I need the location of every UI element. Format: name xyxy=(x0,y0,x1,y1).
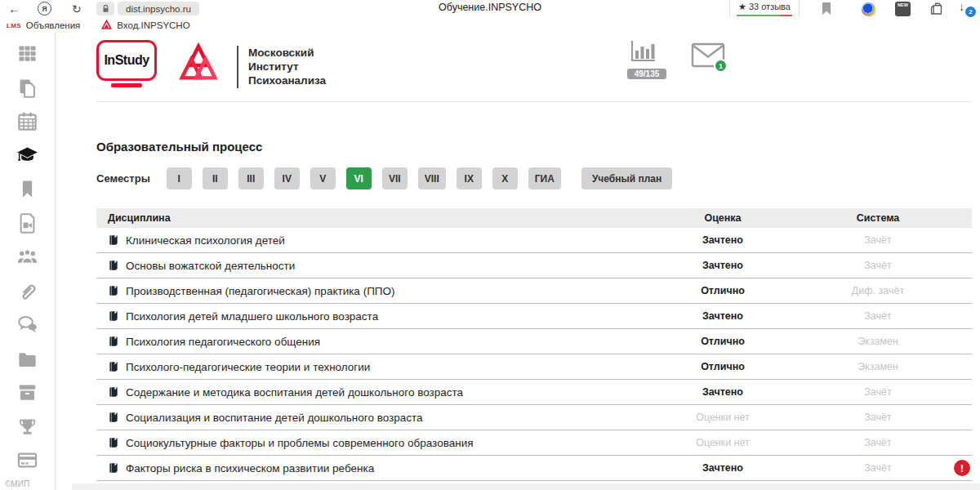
new-extension-label: NEW xyxy=(895,2,911,9)
browser-extension-icon[interactable] xyxy=(862,2,875,16)
table-row[interactable]: Производственная (педагогическая) практи… xyxy=(96,278,972,304)
lock-icon[interactable] xyxy=(96,2,114,16)
table-row[interactable]: Клиническая психология детей Зачтено Зач… xyxy=(96,228,972,253)
book-icon xyxy=(108,260,119,271)
grade-cell: Зачтено xyxy=(662,234,784,246)
progress-stats-button[interactable]: 49/135 xyxy=(627,39,666,79)
table-header: Дисциплина Оценка Система xyxy=(96,208,972,228)
grade-cell: Отлично xyxy=(662,285,784,296)
semester-button-II[interactable]: II xyxy=(203,167,228,189)
discipline-name: Психолого-педагогические теории и технол… xyxy=(126,361,370,373)
folder-icon[interactable] xyxy=(16,348,38,370)
discipline-cell: Клиническая психология детей xyxy=(96,234,662,247)
semester-button-V[interactable]: V xyxy=(310,167,336,189)
system-cell: Зачёт xyxy=(784,386,972,398)
semester-button-IV[interactable]: IV xyxy=(274,167,300,189)
bookmark-flag-icon[interactable] xyxy=(822,2,831,19)
alert-icon[interactable]: ! xyxy=(954,460,970,476)
discipline-name: Психология педагогического общения xyxy=(126,336,320,348)
semester-button-IX[interactable]: IX xyxy=(457,167,482,189)
documents-icon[interactable] xyxy=(16,77,38,99)
discipline-cell: Производственная (педагогическая) практи… xyxy=(96,285,662,297)
semester-button-III[interactable]: III xyxy=(238,167,264,189)
collections-icon[interactable] xyxy=(929,2,943,19)
refresh-icon[interactable]: ↻ xyxy=(72,0,82,18)
bottom-strip xyxy=(72,483,980,490)
table-row[interactable]: Психолого-педагогические теории и технол… xyxy=(96,354,972,380)
content-area: InStudy Московский Институт Психоанализа xyxy=(56,33,980,490)
book-icon xyxy=(108,361,119,372)
grade-cell: Зачтено xyxy=(662,386,784,398)
url-bar[interactable]: dist.inpsycho.ru xyxy=(118,2,199,16)
mail-badge: 1 xyxy=(714,59,728,73)
system-cell: Диф. зачёт xyxy=(784,285,972,296)
video-file-icon[interactable] xyxy=(16,212,38,234)
grade-cell: Зачтено xyxy=(662,260,784,271)
column-discipline: Дисциплина xyxy=(96,212,662,224)
rating-bar xyxy=(737,15,792,17)
discipline-name: Социализация и воспитание детей дошкольн… xyxy=(126,412,423,424)
book-icon xyxy=(108,285,119,296)
semester-button-ГИА[interactable]: ГИА xyxy=(528,167,561,189)
apps-grid-icon[interactable] xyxy=(16,42,38,65)
new-extension-icon[interactable]: NEW xyxy=(895,2,911,16)
book-icon xyxy=(108,462,119,474)
yandex-icon[interactable]: Я xyxy=(38,2,51,16)
grade-cell: Оценки нет xyxy=(662,412,784,423)
column-grade: Оценка xyxy=(662,212,784,224)
mail-button[interactable]: 1 xyxy=(691,42,727,71)
education-graduation-cap-icon[interactable] xyxy=(16,145,38,167)
column-system: Система xyxy=(784,212,972,224)
chat-icon[interactable] xyxy=(16,314,38,336)
archive-box-icon[interactable] xyxy=(16,381,38,403)
bookmark-announcements[interactable]: LMS Объявления xyxy=(7,20,80,30)
semester-button-VII[interactable]: VII xyxy=(382,167,408,189)
users-group-icon[interactable] xyxy=(16,246,38,268)
bookmark-login-inpsycho[interactable]: Вход.INPSYCHO xyxy=(101,20,189,32)
discipline-name: Содержание и методика воспитания детей д… xyxy=(126,386,463,399)
grade-cell: Зачтено xyxy=(662,462,784,474)
discipline-name: Социокультурные факторы и проблемы совре… xyxy=(126,437,473,449)
table-row[interactable]: Психология педагогического общения Отлич… xyxy=(96,329,972,354)
book-icon xyxy=(108,386,119,398)
instudy-logo[interactable]: InStudy xyxy=(96,40,157,81)
curriculum-plan-button[interactable]: Учебный план xyxy=(581,167,672,189)
downloads-button[interactable]: ↓ 2 xyxy=(957,0,977,18)
credit-card-icon[interactable] xyxy=(16,449,38,471)
institute-logo xyxy=(175,38,222,92)
table-row[interactable]: Социализация и воспитание детей дошкольн… xyxy=(96,405,972,430)
trophy-icon[interactable] xyxy=(16,416,38,438)
system-cell: Зачёт xyxy=(784,412,972,423)
table-row[interactable]: Факторы риска в психическом развитии реб… xyxy=(96,456,972,481)
calendar-icon[interactable] xyxy=(16,110,38,132)
paperclip-icon[interactable] xyxy=(16,280,38,302)
disciplines-table: Дисциплина Оценка Система Клиническая пс… xyxy=(96,208,972,481)
grade-cell: Оценки нет xyxy=(662,437,784,448)
bookmark-label: Вход.INPSYCHO xyxy=(117,20,189,30)
copyright-label: ©МИП xyxy=(5,479,29,488)
system-cell: Зачёт xyxy=(784,234,972,246)
semester-button-X[interactable]: X xyxy=(492,167,518,189)
book-icon xyxy=(108,336,119,347)
downloads-badge: 2 xyxy=(965,7,976,17)
download-icon: ↓ xyxy=(959,0,964,13)
bookmark-icon[interactable] xyxy=(16,178,38,200)
table-row[interactable]: Социокультурные факторы и проблемы совре… xyxy=(96,430,972,456)
semester-button-VIII[interactable]: VIII xyxy=(418,167,446,189)
table-body: Клиническая психология детей Зачтено Зач… xyxy=(96,228,972,481)
semesters-label: Семестры xyxy=(96,172,150,185)
semester-button-I[interactable]: I xyxy=(167,167,192,189)
discipline-cell: Психолого-педагогические теории и технол… xyxy=(96,361,662,373)
reviews-button[interactable]: ★ 33 отзыва xyxy=(729,0,800,18)
reviews-label: 33 отзыва xyxy=(749,2,791,11)
back-icon[interactable]: ← xyxy=(8,0,20,18)
semester-button-VI[interactable]: VI xyxy=(346,167,372,189)
grade-cell: Отлично xyxy=(662,336,784,347)
table-row[interactable]: Содержание и методика воспитания детей д… xyxy=(96,380,972,405)
mip-triangle-icon xyxy=(101,20,112,32)
site-header: InStudy Московский Институт Психоанализа xyxy=(96,33,972,102)
table-row[interactable]: Основы вожатской деятельности Зачтено За… xyxy=(96,253,972,278)
discipline-name: Основы вожатской деятельности xyxy=(126,260,295,272)
table-row[interactable]: Психология детей младшего школьного возр… xyxy=(96,304,972,329)
semester-buttons: IIIIIIIVVVIVIIVIIIIXXГИА xyxy=(167,167,572,189)
